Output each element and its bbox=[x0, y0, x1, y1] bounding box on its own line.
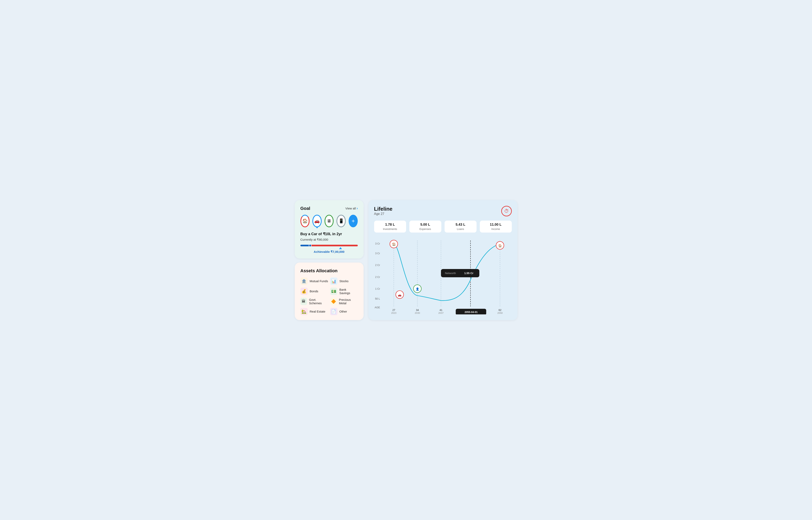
asset-stocks[interactable]: 📊 Stocks bbox=[330, 278, 358, 285]
svg-text:1.55 Cr: 1.55 Cr bbox=[464, 271, 474, 275]
main-container: Goal View all › 🏠 🚗 🖥 📱 + Buy a Car of ₹… bbox=[295, 200, 517, 320]
goal-card: Goal View all › 🏠 🚗 🖥 📱 + Buy a Car of ₹… bbox=[295, 200, 364, 259]
svg-text:2030: 2030 bbox=[415, 311, 420, 314]
asset-mutual-funds[interactable]: 🏦 Mutual Funds bbox=[301, 278, 328, 285]
asset-govt-schemes[interactable]: 🏛 Govt. Schemes bbox=[301, 298, 328, 305]
asset-real-estate[interactable]: 🏡 Real Estate bbox=[301, 308, 328, 315]
goal-icon-add[interactable]: + bbox=[348, 215, 358, 227]
svg-text:1 Cr: 1 Cr bbox=[375, 287, 380, 290]
chart-svg: 3 Cr 3 Cr 2 Cr 2 Cr 1 Cr 50 L AGE 27 202… bbox=[374, 237, 512, 314]
svg-text:34: 34 bbox=[416, 309, 419, 311]
stocks-label: Stocks bbox=[339, 279, 348, 283]
lifeline-header: Lifeline Age 27 ⏱ bbox=[374, 206, 512, 219]
lifeline-title-group: Lifeline Age 27 bbox=[374, 206, 393, 219]
expenses-value: 5.00 L bbox=[413, 223, 438, 227]
lifeline-title: Lifeline bbox=[374, 206, 393, 212]
mutual-funds-icon: 🏦 bbox=[301, 278, 308, 285]
stats-row: 1.78 L Investments 5.00 L Expenses 5.43 … bbox=[374, 220, 512, 233]
goal-icon-house[interactable]: 🏠 bbox=[301, 215, 310, 227]
investments-label: Investments bbox=[378, 228, 402, 231]
goal-title: Goal bbox=[301, 206, 310, 211]
precious-metal-label: Precious Metal bbox=[339, 298, 358, 305]
goal-icons-row: 🏠 🚗 🖥 📱 + bbox=[301, 215, 358, 227]
svg-text:62: 62 bbox=[498, 309, 501, 311]
svg-text:41: 41 bbox=[440, 309, 442, 311]
chevron-right-icon: › bbox=[357, 206, 358, 210]
svg-text:3 Cr: 3 Cr bbox=[375, 242, 380, 245]
view-all-button[interactable]: View all › bbox=[345, 206, 358, 210]
other-label: Other bbox=[339, 310, 347, 313]
progress-dot bbox=[309, 244, 312, 247]
svg-text:🏠: 🏠 bbox=[498, 244, 502, 248]
achievable-label: Achievable ₹7,00,000 bbox=[301, 250, 358, 254]
goal-header: Goal View all › bbox=[301, 206, 358, 211]
govt-schemes-label: Govt. Schemes bbox=[309, 298, 328, 305]
svg-text:3 Cr: 3 Cr bbox=[375, 252, 380, 255]
asset-bonds[interactable]: 💰 Bonds bbox=[301, 288, 328, 295]
assets-title: Assets Allocation bbox=[301, 268, 358, 274]
stat-investments: 1.78 L Investments bbox=[374, 220, 406, 233]
loans-value: 5.43 L bbox=[448, 223, 473, 227]
investments-value: 1.78 L bbox=[378, 223, 402, 227]
stat-loans: 5.43 L Loans bbox=[445, 220, 477, 233]
car-selected-indicator bbox=[316, 227, 318, 229]
lifeline-age: Age 27 bbox=[374, 212, 393, 216]
real-estate-icon: 🏡 bbox=[301, 308, 308, 315]
goal-progress-bar bbox=[301, 245, 358, 246]
bonds-icon: 💰 bbox=[301, 288, 308, 295]
left-column: Goal View all › 🏠 🚗 🖥 📱 + Buy a Car of ₹… bbox=[295, 200, 364, 320]
svg-text:🚗: 🚗 bbox=[398, 293, 402, 297]
speedometer-icon[interactable]: ⏱ bbox=[501, 206, 512, 216]
asset-precious-metal[interactable]: 🔶 Precious Metal bbox=[330, 298, 358, 305]
lifeline-chart: 3 Cr 3 Cr 2 Cr 2 Cr 1 Cr 50 L AGE 27 202… bbox=[374, 237, 512, 314]
stat-income: 11.00 L Income bbox=[480, 220, 512, 233]
income-label: Income bbox=[483, 228, 508, 231]
mutual-funds-label: Mutual Funds bbox=[310, 279, 328, 283]
assets-card: Assets Allocation 🏦 Mutual Funds 📊 Stock… bbox=[295, 262, 364, 320]
progress-triangle bbox=[339, 247, 342, 249]
svg-text:👤: 👤 bbox=[415, 287, 419, 291]
goal-icon-car[interactable]: 🚗 bbox=[312, 215, 322, 227]
svg-text:2023: 2023 bbox=[391, 311, 396, 314]
income-value: 11.00 L bbox=[483, 223, 508, 227]
goal-icon-phone[interactable]: 📱 bbox=[336, 215, 346, 227]
goal-icon-monitor[interactable]: 🖥 bbox=[325, 215, 334, 227]
svg-text:50 L: 50 L bbox=[375, 297, 380, 300]
real-estate-label: Real Estate bbox=[310, 310, 326, 313]
bonds-label: Bonds bbox=[310, 289, 318, 293]
svg-text:2055-04-01: 2055-04-01 bbox=[465, 311, 478, 313]
svg-text:27: 27 bbox=[392, 309, 395, 311]
loans-label: Loans bbox=[448, 228, 473, 231]
svg-text:2 Cr: 2 Cr bbox=[375, 264, 380, 266]
svg-text:2058: 2058 bbox=[497, 311, 502, 314]
stocks-icon: 📊 bbox=[330, 278, 337, 285]
svg-text:Networth: Networth bbox=[445, 271, 456, 275]
asset-other[interactable]: 📄 Other bbox=[330, 308, 358, 315]
precious-metal-icon: 🔶 bbox=[330, 298, 337, 305]
bank-savings-label: Bank Savings bbox=[339, 288, 358, 295]
progress-remaining bbox=[311, 245, 358, 246]
stat-expenses: 5.00 L Expenses bbox=[409, 220, 441, 233]
svg-text:2037: 2037 bbox=[438, 311, 444, 314]
goal-current: Currently at ₹80,000 bbox=[301, 238, 358, 241]
goal-name: Buy a Car of ₹10L in 2yr bbox=[301, 232, 358, 236]
asset-bank-savings[interactable]: 💵 Bank Savings bbox=[330, 288, 358, 295]
govt-schemes-icon: 🏛 bbox=[301, 298, 307, 305]
svg-text:AGE: AGE bbox=[374, 306, 380, 309]
bank-savings-icon: 💵 bbox=[330, 288, 337, 295]
svg-text:2 Cr: 2 Cr bbox=[375, 276, 380, 278]
expenses-label: Expenses bbox=[413, 228, 438, 231]
svg-text:🏠: 🏠 bbox=[392, 242, 396, 246]
assets-grid: 🏦 Mutual Funds 📊 Stocks 💰 Bonds 💵 Bank S… bbox=[301, 278, 358, 315]
other-icon: 📄 bbox=[330, 308, 337, 315]
lifeline-card: Lifeline Age 27 ⏱ 1.78 L Investments 5.0… bbox=[368, 200, 517, 320]
